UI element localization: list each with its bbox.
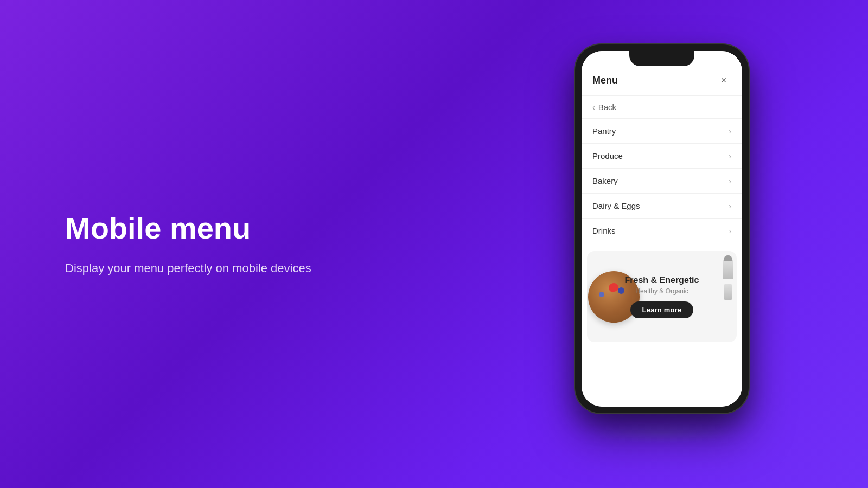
menu-item-bakery[interactable]: Bakery › — [582, 169, 742, 194]
promo-text-center: Fresh & Energetic Healthy & Organic Lear… — [625, 275, 699, 318]
menu-item-label-drinks: Drinks — [592, 226, 616, 235]
chevron-right-icon-bakery: › — [729, 177, 731, 185]
phone-mockup: Menu × ‹ Back Pantry › Produce — [575, 44, 749, 413]
phone-screen: Menu × ‹ Back Pantry › Produce — [582, 51, 742, 407]
salt-shaker-tall-icon — [723, 259, 733, 279]
menu-item-dairy-eggs[interactable]: Dairy & Eggs › — [582, 194, 742, 219]
menu-item-label-bakery: Bakery — [592, 176, 618, 185]
menu-title: Menu — [592, 75, 618, 86]
menu-item-pantry[interactable]: Pantry › — [582, 119, 742, 144]
chevron-right-icon-pantry: › — [729, 127, 731, 136]
page-subtitle: Display your menu perfectly on mobile de… — [65, 259, 488, 277]
back-label: Back — [598, 102, 616, 112]
menu-item-label-produce: Produce — [592, 151, 623, 160]
back-row[interactable]: ‹ Back — [582, 96, 742, 119]
learn-more-button[interactable]: Learn more — [630, 301, 694, 318]
phone-reflection — [591, 422, 732, 444]
promo-condiments — [723, 259, 733, 300]
chevron-right-icon-dairy-eggs: › — [729, 202, 731, 210]
berry-icon-1 — [618, 287, 624, 294]
salt-shaker-small-icon — [724, 284, 732, 300]
left-section: Mobile menu Display your menu perfectly … — [0, 211, 488, 277]
menu-item-label-pantry: Pantry — [592, 126, 616, 136]
page-title: Mobile menu — [65, 211, 488, 246]
promo-subtitle: Healthy & Organic — [625, 287, 699, 295]
menu-item-produce[interactable]: Produce › — [582, 144, 742, 169]
back-chevron-icon: ‹ — [592, 103, 595, 112]
chevron-right-icon-produce: › — [729, 152, 731, 160]
promo-title: Fresh & Energetic — [625, 275, 699, 285]
menu-item-drinks[interactable]: Drinks › — [582, 219, 742, 243]
berry-icon-2 — [599, 292, 604, 297]
promo-card: Fresh & Energetic Healthy & Organic Lear… — [587, 251, 737, 342]
phone-wrapper: Menu × ‹ Back Pantry › Produce — [575, 44, 749, 444]
chevron-right-icon-drinks: › — [729, 227, 731, 235]
close-button[interactable]: × — [716, 73, 731, 88]
right-section: Menu × ‹ Back Pantry › Produce — [488, 44, 868, 444]
phone-notch — [629, 51, 694, 66]
menu-item-label-dairy-eggs: Dairy & Eggs — [592, 201, 640, 210]
menu-container: Menu × ‹ Back Pantry › Produce — [582, 51, 742, 407]
